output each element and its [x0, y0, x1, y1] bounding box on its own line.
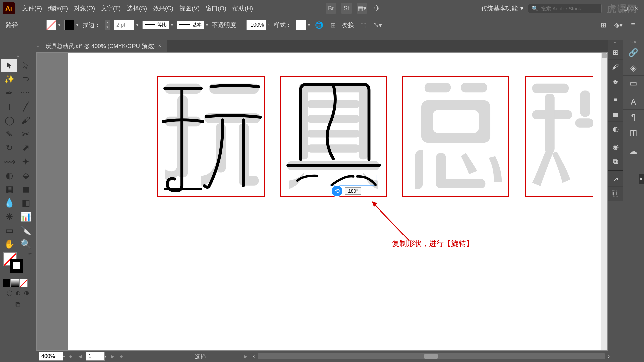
expand-panel-icon[interactable]: ▶	[639, 174, 644, 184]
brush-dropdown-icon[interactable]: ▾	[206, 23, 208, 27]
canvas[interactable]: ⟲ 180° 复制形状，进行【旋转】	[36, 52, 608, 351]
eraser-tool[interactable]: ✂	[18, 127, 34, 141]
free-transform-tool[interactable]: ✦	[18, 155, 34, 168]
libraries-panel-icon[interactable]: ☁	[623, 143, 644, 159]
style-swatch[interactable]	[296, 20, 306, 30]
gpu-icon[interactable]: ✈	[372, 3, 383, 14]
artboard-number-input[interactable]	[86, 352, 105, 361]
color-mode-gradient[interactable]	[11, 279, 19, 287]
scroll-left-icon[interactable]: ‹	[253, 353, 255, 359]
artboard-tool[interactable]: ▭	[1, 224, 17, 237]
isolate-icon[interactable]: ⬚	[358, 20, 368, 30]
tab-strip-handle[interactable]: ‹‹	[36, 40, 40, 52]
selection-tool[interactable]	[1, 59, 17, 72]
rotate-tool[interactable]: ↻	[1, 141, 17, 155]
graphic-styles-panel-icon[interactable]: ⧉	[608, 154, 623, 169]
symbol-sprayer-tool[interactable]: ❋	[1, 210, 17, 223]
pen-tool[interactable]: ✒	[1, 86, 17, 100]
fill-stroke-control[interactable]: ⤺	[1, 251, 35, 278]
hand-tool[interactable]: ✋	[1, 237, 17, 251]
style-dropdown-icon[interactable]: ▾	[308, 23, 310, 27]
fill-swatch[interactable]	[46, 20, 56, 30]
first-artboard-button[interactable]: ⏮	[67, 353, 74, 360]
opacity-input[interactable]	[246, 20, 266, 30]
brushes-panel-icon[interactable]: 🖌	[608, 60, 623, 74]
scroll-thumb[interactable]	[602, 53, 607, 58]
transform-icon[interactable]: ⤡▾	[372, 20, 382, 30]
menu-object[interactable]: 对象(O)	[74, 4, 95, 12]
menu-edit[interactable]: 编辑(E)	[48, 4, 68, 12]
grid-icon[interactable]: ⊞	[598, 20, 608, 30]
screen-mode[interactable]: ⧉	[1, 298, 35, 312]
zoom-dropdown-icon[interactable]: ▾	[63, 354, 65, 359]
tab-close-icon[interactable]: ×	[158, 43, 161, 49]
paintbrush-tool[interactable]: 🖌	[18, 114, 34, 127]
document-tab[interactable]: 玩具总动员.ai* @ 400% (CMYK/GPU 预览) ×	[40, 40, 167, 52]
profile-dropdown-icon[interactable]: ▾	[171, 23, 173, 27]
shaper-tool[interactable]: ✎	[1, 127, 17, 141]
type-tool[interactable]: T	[1, 100, 17, 113]
shape-builder-tool[interactable]: ◐	[1, 169, 17, 182]
character-panel-icon[interactable]: A	[623, 94, 644, 110]
stroke-panel-icon[interactable]: ≡	[608, 92, 623, 107]
column-graph-tool[interactable]: 📊	[18, 210, 34, 223]
symbols-panel-icon[interactable]: ♣	[608, 74, 623, 89]
perspective-icon[interactable]: ⬗▾	[613, 20, 623, 30]
close-button[interactable]: ✕	[631, 4, 641, 12]
align-icon[interactable]: ⊞	[328, 20, 338, 30]
workspace-switcher[interactable]: 传统基本功能 ▾	[481, 4, 523, 12]
swatch-grid-icon[interactable]: ⊞	[608, 45, 623, 60]
last-artboard-button[interactable]: ⏭	[118, 353, 125, 360]
panel-handle-icon[interactable]: ‹‹	[608, 40, 623, 45]
align-panel-icon[interactable]: ◫	[623, 125, 644, 140]
panel-menu-icon[interactable]: ≡	[628, 20, 638, 30]
zoom-input[interactable]	[39, 352, 63, 361]
menu-window[interactable]: 窗口(O)	[206, 4, 226, 12]
paragraph-panel-icon[interactable]: ¶	[623, 110, 644, 125]
width-tool[interactable]: ⟿	[1, 155, 17, 168]
search-stock[interactable]: 🔍	[528, 4, 602, 13]
status-play-icon[interactable]: ▶	[241, 353, 249, 360]
swap-fill-stroke-icon[interactable]: ⤺	[28, 251, 32, 256]
transparency-panel-icon[interactable]: ◐	[608, 122, 623, 136]
stroke-down-icon[interactable]: ▼	[105, 25, 110, 30]
recolor-artwork-icon[interactable]: 🌐	[314, 20, 324, 30]
transform-label[interactable]: 变换	[342, 21, 354, 29]
scroll-right-icon[interactable]: ›	[608, 353, 610, 359]
color-mode-solid[interactable]	[3, 279, 11, 287]
bridge-icon[interactable]: Br	[326, 3, 336, 14]
gradient-tool[interactable]: ◼	[18, 182, 34, 196]
appearance-panel-icon[interactable]: ◉	[608, 139, 623, 154]
toolbox-handle[interactable]: ‹‹	[1, 54, 35, 58]
menu-view[interactable]: 视图(V)	[179, 4, 200, 12]
menu-file[interactable]: 文件(F)	[22, 4, 42, 12]
stroke-dropdown-icon[interactable]: ▾	[76, 23, 78, 27]
perspective-grid-tool[interactable]: ⬙	[18, 169, 34, 182]
opacity-dropdown-icon[interactable]: ›	[268, 23, 270, 27]
eyedropper-tool[interactable]: 💧	[1, 196, 17, 209]
layers-panel-icon[interactable]: ◈	[623, 60, 644, 76]
stock-icon[interactable]: St	[341, 3, 352, 14]
brush-definition[interactable]: 基本	[177, 21, 204, 29]
gradient-panel-icon[interactable]: ◼	[608, 107, 623, 122]
fill-dropdown-icon[interactable]: ▾	[58, 23, 60, 27]
line-tool[interactable]: ╱	[18, 100, 34, 113]
search-input[interactable]	[541, 6, 598, 11]
screen-mode-icon[interactable]: ⧉	[11, 300, 25, 310]
mesh-tool[interactable]: ▦	[1, 182, 17, 196]
artboard-dropdown-icon[interactable]: ▾	[105, 354, 107, 359]
slice-tool[interactable]: 🔪	[18, 224, 34, 237]
stroke-weight-dropdown-icon[interactable]: ▾	[136, 23, 138, 27]
lasso-tool[interactable]: ⊃	[18, 72, 34, 86]
variable-width-profile[interactable]: 等比	[142, 21, 169, 29]
menu-select[interactable]: 选择(S)	[127, 4, 147, 12]
menu-type[interactable]: 文字(T)	[101, 4, 121, 12]
hscroll-thumb[interactable]	[424, 354, 438, 359]
next-artboard-button[interactable]: ▶	[109, 353, 116, 360]
scale-tool[interactable]: ⬈	[18, 141, 34, 155]
panel-handle-outer-icon[interactable]: ›› ✕	[623, 40, 644, 45]
maximize-button[interactable]: ▢	[621, 4, 631, 12]
horizontal-scrollbar[interactable]: ‹ ›	[258, 353, 605, 359]
color-mode-none[interactable]	[19, 279, 28, 287]
draw-normal-icon[interactable]: ◯	[6, 289, 14, 297]
